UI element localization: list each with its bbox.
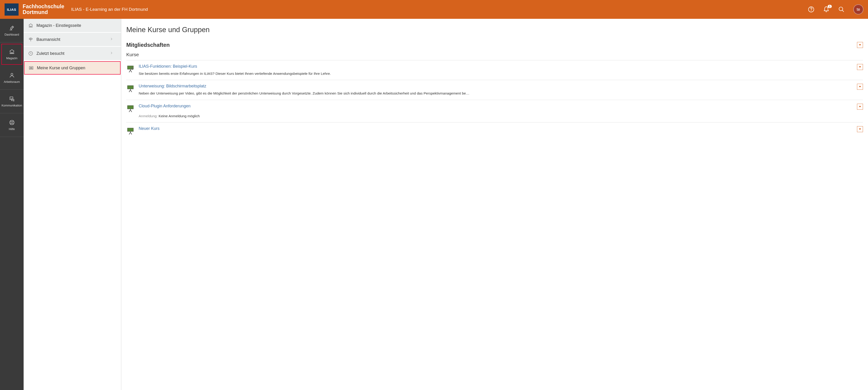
lifebuoy-icon: [9, 119, 15, 126]
caret-down-icon: [859, 106, 861, 107]
workspace: Dashboard Magazin Arbeitsraum Kommunikat…: [0, 19, 868, 390]
course-item: Unterweisung: Bildschirmarbeitsplatz Neb…: [126, 80, 863, 100]
course-icon: [126, 104, 134, 113]
svg-point-8: [30, 67, 31, 68]
sidebar-label: Hilfe: [9, 127, 15, 131]
page-title: Meine Kurse und Gruppen: [126, 26, 863, 34]
main-content: Meine Kurse und Gruppen Mitgliedschaften…: [121, 19, 868, 390]
svg-point-5: [11, 121, 13, 123]
course-body: Cloud-Plugin Anforderungen Anmeldung: Ke…: [139, 104, 853, 119]
ilias-logo: ILIAS: [5, 3, 19, 16]
chevron-right-icon: [110, 37, 117, 42]
caret-down-icon: [859, 129, 861, 130]
sidebar-item-hilfe[interactable]: Hilfe: [0, 113, 24, 137]
course-dropdown-button[interactable]: [857, 84, 863, 90]
course-item: Neuer Kurs: [126, 122, 863, 139]
course-body: Neuer Kurs: [139, 126, 853, 133]
course-title-link[interactable]: Cloud-Plugin Anforderungen: [139, 104, 853, 109]
section-dropdown-button[interactable]: [857, 42, 863, 48]
caret-down-icon: [859, 44, 861, 46]
course-item: ILIAS-Funktionen: Beispiel-Kurs Sie besi…: [126, 60, 863, 80]
sidebar-item-magazin[interactable]: Magazin: [1, 44, 22, 65]
subsection-title: Kurse: [126, 52, 863, 57]
submenu-label: Zuletzt besucht: [36, 51, 64, 56]
submenu-item-einstieg[interactable]: Magazin - Einstiegsseite: [24, 19, 121, 33]
submenu-label: Meine Kurse und Gruppen: [37, 65, 85, 71]
course-meta: Anmeldung: Keine Anmeldung möglich: [139, 114, 853, 119]
sidebar-label: Dashboard: [5, 33, 19, 36]
sidebar-item-kommunikation[interactable]: Kommunikation: [0, 90, 24, 113]
main-sidebar: Dashboard Magazin Arbeitsraum Kommunikat…: [0, 19, 24, 390]
sidebar-item-dashboard[interactable]: Dashboard: [0, 19, 24, 43]
svg-point-9: [31, 67, 32, 68]
cursor-pointer-icon: [130, 66, 134, 71]
course-dropdown-button[interactable]: [857, 64, 863, 70]
signpost-icon: [28, 37, 33, 42]
building-icon: [28, 23, 33, 28]
person-icon: [9, 72, 15, 78]
easel-icon: [126, 127, 134, 135]
sidebar-label: Magazin: [6, 56, 18, 60]
submenu-panel: Magazin - Einstiegsseite Baumansicht Zul…: [24, 19, 121, 390]
easel-icon: [126, 104, 134, 112]
help-icon: [808, 6, 814, 12]
submenu-item-zuletzt[interactable]: Zuletzt besucht: [24, 47, 121, 61]
submenu-label: Magazin - Einstiegsseite: [36, 23, 81, 28]
help-button[interactable]: [808, 6, 814, 12]
sidebar-item-arbeitsraum[interactable]: Arbeitsraum: [0, 66, 24, 90]
course-title-link[interactable]: Unterweisung: Bildschirmarbeitsplatz: [139, 84, 853, 88]
svg-point-2: [839, 7, 843, 11]
svg-rect-11: [127, 86, 133, 89]
sidebar-label: Kommunikation: [2, 104, 22, 107]
chevron-right-icon: [110, 51, 117, 56]
course-list: ILIAS-Funktionen: Beispiel-Kurs Sie besi…: [126, 60, 863, 139]
course-icon: [126, 84, 134, 93]
easel-icon: [126, 84, 134, 92]
gavel-icon: [9, 25, 15, 31]
submenu-item-kurse-gruppen[interactable]: Meine Kurse und Gruppen: [24, 61, 121, 75]
building-icon: [9, 49, 15, 55]
course-dropdown-button[interactable]: [857, 126, 863, 132]
course-body: ILIAS-Funktionen: Beispiel-Kurs Sie besi…: [139, 64, 853, 76]
org-name: Fachhochschule Dortmund: [23, 4, 64, 16]
course-icon: [126, 127, 134, 136]
course-item: Cloud-Plugin Anforderungen Anmeldung: Ke…: [126, 100, 863, 122]
course-meta-value: Keine Anmeldung möglich: [159, 114, 199, 118]
sidebar-label: Arbeitsraum: [4, 80, 20, 84]
app-header: ILIAS Fachhochschule Dortmund ILIAS - E-…: [0, 0, 868, 19]
header-actions: 1 te: [808, 4, 863, 15]
submenu-label: Baumansicht: [36, 37, 60, 42]
notification-badge: 1: [828, 5, 832, 8]
notifications-button[interactable]: 1: [823, 6, 830, 12]
org-line2: Dortmund: [23, 9, 48, 15]
group-icon: [29, 65, 34, 71]
svg-point-3: [11, 73, 13, 75]
caret-down-icon: [859, 66, 861, 68]
caret-down-icon: [859, 86, 861, 87]
svg-rect-13: [127, 128, 133, 132]
svg-rect-12: [127, 106, 133, 109]
submenu-item-baumansicht[interactable]: Baumansicht: [24, 33, 121, 47]
org-line1: Fachhochschule: [23, 3, 64, 9]
course-description: Neben der Unterweisung per Video, gibt e…: [139, 91, 853, 96]
clock-icon: [28, 51, 33, 56]
app-title: ILIAS - E-Learning an der FH Dortmund: [71, 7, 148, 12]
course-description: Sie besitzen bereits erste Erfahrungen i…: [139, 71, 853, 76]
course-dropdown-button[interactable]: [857, 104, 863, 110]
search-icon: [838, 6, 845, 12]
course-title-link[interactable]: ILIAS-Funktionen: Beispiel-Kurs: [139, 64, 853, 69]
course-body: Unterweisung: Bildschirmarbeitsplatz Neb…: [139, 84, 853, 96]
course-title-link[interactable]: Neuer Kurs: [139, 126, 853, 131]
search-button[interactable]: [838, 6, 845, 12]
course-meta-label: Anmeldung:: [139, 114, 158, 118]
user-avatar[interactable]: te: [853, 4, 863, 15]
chat-icon: [9, 96, 15, 102]
section-title: Mitgliedschaften: [126, 42, 169, 48]
section-header: Mitgliedschaften: [126, 42, 863, 48]
